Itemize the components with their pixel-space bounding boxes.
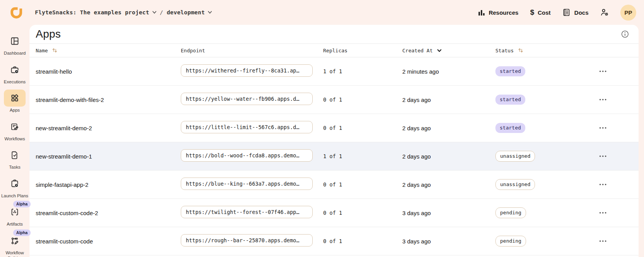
table-row[interactable]: simple-fastapi-app-2 https://blue--king-… xyxy=(29,171,639,199)
user-settings-button[interactable] xyxy=(600,8,609,17)
row-actions-menu-button[interactable] xyxy=(598,124,639,131)
sidebar-item-tasks[interactable]: Tasks xyxy=(0,147,29,170)
replicas-value: 0 of 1 xyxy=(323,97,402,103)
breadcrumb-separator: / xyxy=(160,9,163,16)
sidebar-item-workflow-builder[interactable]: Alpha Workflow Builder xyxy=(0,232,29,257)
sort-icon[interactable] xyxy=(52,47,58,53)
breadcrumb-project-label: FlyteSnacks: The examples project xyxy=(35,9,149,16)
sidebar-item-label: Dashboard xyxy=(4,51,26,56)
created-at-value: 3 days ago xyxy=(402,238,495,245)
docs-label: Docs xyxy=(574,9,589,16)
chevron-down-icon[interactable] xyxy=(436,48,442,53)
workflows-icon xyxy=(10,122,19,131)
sidebar-item-apps[interactable]: Apps xyxy=(0,90,29,113)
breadcrumb-domain-dropdown[interactable]: development xyxy=(167,9,212,16)
column-header-name[interactable]: Name xyxy=(36,47,181,53)
column-header-replicas: Replicas xyxy=(323,48,402,53)
table-row[interactable]: streamlit-custom-code-2 https://twilight… xyxy=(29,199,639,227)
status-badge: pending xyxy=(495,236,526,247)
top-nav: Resources $ Cost Docs PP xyxy=(478,5,636,21)
table-row[interactable]: new-streamlit-demo-1 https://bold--wood-… xyxy=(29,142,639,171)
table-row[interactable]: streamlit-hello https://withered--firefl… xyxy=(29,57,639,86)
status-badge: started xyxy=(495,95,525,105)
breadcrumb-project-dropdown[interactable]: FlyteSnacks: The examples project xyxy=(35,9,156,16)
row-actions-menu-button[interactable] xyxy=(598,68,639,75)
status-badge: started xyxy=(495,66,525,76)
created-at-value: 2 days ago xyxy=(402,153,495,160)
table-row[interactable]: new-streamlit-demo-2 https://little--lim… xyxy=(29,114,639,142)
sidebar-item-label: Workflow Builder xyxy=(0,250,29,257)
sidebar-item-workflows[interactable]: Workflows xyxy=(0,118,29,142)
created-at-value: 2 days ago xyxy=(402,97,495,103)
app-name: streamlit-custom-code xyxy=(36,238,181,245)
breadcrumb: FlyteSnacks: The examples project / deve… xyxy=(35,9,212,16)
app-name: new-streamlit-demo-1 xyxy=(36,153,181,160)
chevron-down-icon xyxy=(152,11,156,14)
app-name: simple-fastapi-app-2 xyxy=(36,181,181,188)
row-actions-menu-button[interactable] xyxy=(598,209,639,216)
status-badge: started xyxy=(495,123,525,133)
endpoint-link[interactable]: https://yellow--water--fb906.apps.d… xyxy=(181,93,313,105)
sidebar-item-label: Workflows xyxy=(5,136,25,142)
alpha-badge: Alpha xyxy=(13,229,31,236)
endpoint-link[interactable]: https://rough--bar--25870.apps.demo… xyxy=(181,234,313,247)
apps-panel: Apps Name Endpoint xyxy=(29,25,639,257)
table-header-row: Name Endpoint Replicas Created At xyxy=(29,44,639,57)
docs-icon xyxy=(562,8,571,17)
artifacts-icon xyxy=(10,207,19,217)
created-at-value: 2 days ago xyxy=(402,181,495,188)
app-name: new-streamlit-demo-2 xyxy=(36,125,181,131)
table-body: streamlit-hello https://withered--firefl… xyxy=(29,57,639,255)
sidebar-item-executions[interactable]: Executions xyxy=(0,61,29,85)
dashboard-icon xyxy=(10,36,19,46)
row-actions-menu-button[interactable] xyxy=(598,96,639,103)
row-actions-menu-button[interactable] xyxy=(598,238,639,245)
app-name: streamlit-hello xyxy=(36,68,181,75)
endpoint-link[interactable]: https://twilight--forest--07f46.app… xyxy=(181,206,313,218)
endpoint-link[interactable]: https://little--limit--567c6.apps.d… xyxy=(181,121,313,133)
cost-button[interactable]: $ Cost xyxy=(530,8,551,17)
sidebar-item-label: Executions xyxy=(4,79,26,85)
endpoint-link[interactable]: https://withered--firefly--8ca31.ap… xyxy=(181,64,313,77)
resources-button[interactable]: Resources xyxy=(478,9,519,16)
sidebar-item-label: Tasks xyxy=(9,165,20,170)
user-gear-icon xyxy=(600,8,609,17)
top-bar: FlyteSnacks: The examples project / deve… xyxy=(0,0,644,25)
cost-label: Cost xyxy=(538,9,551,16)
avatar-initials: PP xyxy=(624,9,632,16)
sidebar: Dashboard Executions xyxy=(0,25,29,257)
ellipsis-icon xyxy=(599,70,607,72)
ellipsis-icon xyxy=(599,127,607,129)
info-icon[interactable] xyxy=(620,30,629,39)
chevron-down-icon xyxy=(208,11,212,14)
table-row[interactable]: streamlit-custom-code https://rough--bar… xyxy=(29,227,639,255)
row-actions-menu-button[interactable] xyxy=(598,181,639,188)
bar-chart-icon xyxy=(478,9,485,16)
table-row[interactable]: streamlit-demo-with-files-2 https://yell… xyxy=(29,86,639,114)
replicas-value: 0 of 1 xyxy=(323,238,402,244)
column-header-status[interactable]: Status xyxy=(495,47,598,53)
sidebar-item-label: Apps xyxy=(10,108,20,113)
sidebar-item-label: Artifacts xyxy=(7,222,23,227)
row-actions-menu-button[interactable] xyxy=(598,153,639,160)
sidebar-item-label: Launch Plans xyxy=(1,193,28,199)
endpoint-link[interactable]: https://blue--king--663a7.apps.demo… xyxy=(181,178,313,190)
status-badge: unassigned xyxy=(495,151,535,162)
union-logo-icon[interactable] xyxy=(9,5,23,20)
resources-label: Resources xyxy=(489,9,519,16)
dollar-icon: $ xyxy=(530,8,534,17)
docs-button[interactable]: Docs xyxy=(562,8,589,17)
created-at-value: 3 days ago xyxy=(402,210,495,216)
app-name: streamlit-demo-with-files-2 xyxy=(36,97,181,103)
ellipsis-icon xyxy=(599,212,607,214)
sidebar-item-artifacts[interactable]: Alpha Artifacts xyxy=(0,204,29,227)
sort-icon[interactable] xyxy=(518,47,524,53)
replicas-value: 0 of 1 xyxy=(323,210,402,216)
endpoint-link[interactable]: https://bold--wood--fcda8.apps.demo… xyxy=(181,149,313,162)
sidebar-item-launch-plans[interactable]: Launch Plans xyxy=(0,175,29,199)
replicas-value: 0 of 1 xyxy=(323,125,402,131)
column-header-endpoint: Endpoint xyxy=(181,48,323,53)
user-avatar[interactable]: PP xyxy=(620,5,636,21)
column-header-created-at[interactable]: Created At xyxy=(402,48,495,53)
sidebar-item-dashboard[interactable]: Dashboard xyxy=(0,33,29,56)
